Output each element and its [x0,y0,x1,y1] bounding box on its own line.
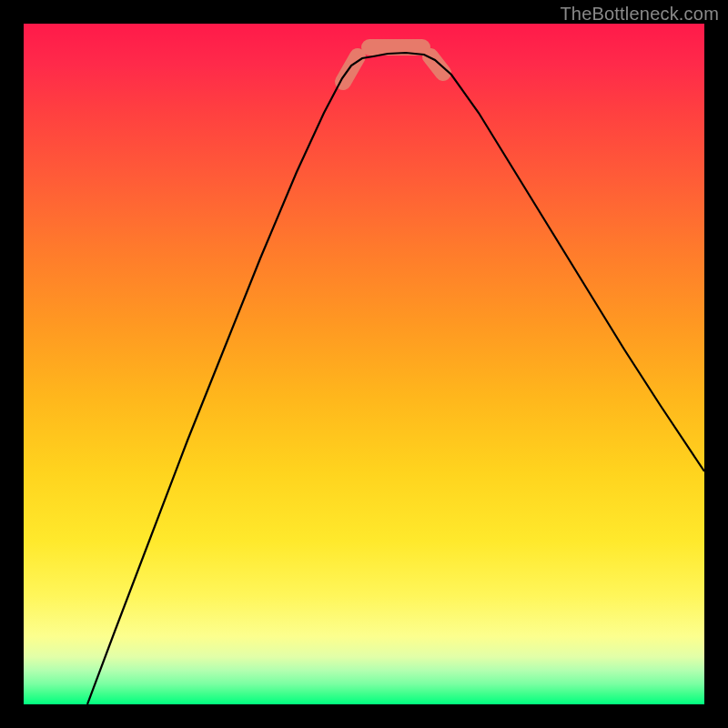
watermark-text: TheBottleneck.com [560,4,719,25]
chart-frame: TheBottleneck.com [0,0,728,728]
chart-svg [24,24,704,704]
bottleneck-curve-path [87,53,704,704]
plot-area [24,24,704,704]
bottom-segment-0 [343,56,358,82]
